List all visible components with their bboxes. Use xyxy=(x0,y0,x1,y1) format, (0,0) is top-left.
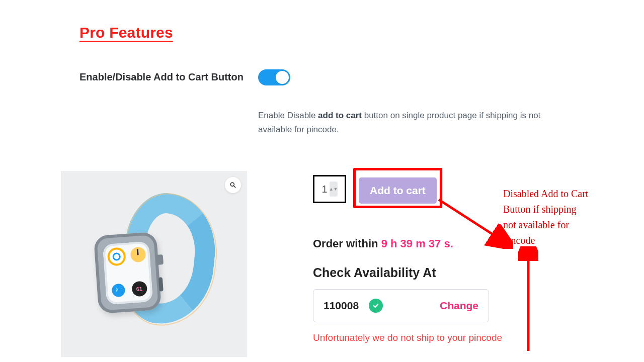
toggle-enable-addtocart[interactable] xyxy=(258,69,290,85)
svg-point-0 xyxy=(230,183,234,186)
quantity-spinner-icon: ▲▼ xyxy=(330,182,338,197)
availability-heading: Check Availability At xyxy=(313,265,580,280)
section-title: Pro Features xyxy=(79,24,583,41)
product-image: 61 xyxy=(61,171,247,357)
annotation-callout: Disabled Add to Cart Button if shipping … xyxy=(503,186,589,248)
annotation-highlight-box: Add to cart xyxy=(353,168,442,208)
setting-description: Enable Disable add to cart button on sin… xyxy=(258,109,560,137)
change-pincode-link[interactable]: Change xyxy=(440,300,478,312)
countdown-timer: 9 h 39 m 37 s. xyxy=(381,237,453,250)
setting-row: Enable/Disable Add to Cart Button Enable… xyxy=(79,69,583,137)
setting-label: Enable/Disable Add to Cart Button xyxy=(79,69,258,83)
quantity-value: 1 xyxy=(321,184,327,195)
shipping-error-text: Unfortunately we do not ship to your pin… xyxy=(313,332,580,343)
zoom-button[interactable] xyxy=(225,177,241,193)
magnifier-icon xyxy=(229,182,236,189)
svg-line-1 xyxy=(234,186,236,188)
desc-prefix: Enable Disable xyxy=(258,111,318,120)
pincode-box: 110008 Change xyxy=(313,289,489,322)
watch-illustration: 61 xyxy=(89,189,219,339)
desc-bold: add to cart xyxy=(318,111,362,120)
toggle-knob xyxy=(276,71,289,84)
quantity-stepper[interactable]: 1 ▲▼ xyxy=(313,175,346,203)
check-icon xyxy=(372,302,379,309)
add-to-cart-button[interactable]: Add to cart xyxy=(359,177,437,204)
pincode-valid-badge xyxy=(369,299,383,313)
order-prefix: Order within xyxy=(313,237,381,250)
pincode-value: 110008 xyxy=(324,300,359,312)
